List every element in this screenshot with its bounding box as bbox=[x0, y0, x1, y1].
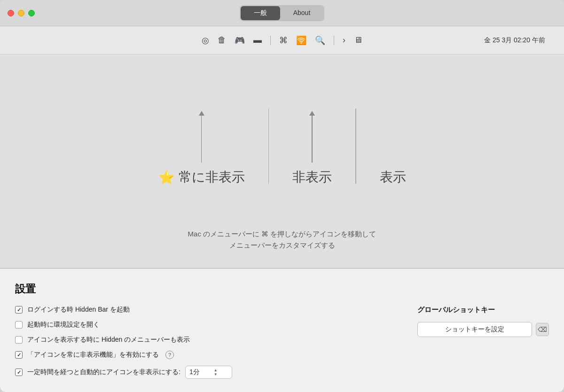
zone2-label: 非表示 bbox=[292, 168, 332, 186]
checkbox-1[interactable] bbox=[15, 306, 23, 314]
shortcut-row: ショットキーを設定 ⌫ bbox=[417, 322, 549, 337]
checkbox-2-label: 起動時に環境設定を開く bbox=[27, 321, 100, 329]
time-select-arrows: ▲ ▼ bbox=[214, 368, 218, 376]
settings-right: グローバルショットキー ショットキーを設定 ⌫ bbox=[417, 306, 549, 379]
tab-general[interactable]: 一般 bbox=[241, 6, 280, 20]
shortcut-clear-button[interactable]: ⌫ bbox=[536, 323, 549, 336]
checkbox-4-label: 「アイコンを常に非表示機能」を有効にする bbox=[27, 351, 159, 359]
hint-line2: メニューバーをカスタマイズする bbox=[188, 240, 376, 251]
menubar-area: ◎ 🗑 🎮 ▬ ⌘ 🛜 🔍 › 🖥 金 25 3月 02:20 午前 bbox=[0, 26, 564, 55]
checkbox-5[interactable] bbox=[15, 368, 23, 376]
separator-left bbox=[270, 36, 271, 45]
settings-body: ログインする時 Hidden Bar を起動 起動時に環境設定を開く アイコンを… bbox=[15, 306, 549, 379]
time-select-value: 1分 bbox=[189, 368, 200, 376]
shortcut-button[interactable]: ショットキーを設定 bbox=[417, 322, 532, 337]
settings-left: ログインする時 Hidden Bar を起動 起動時に環境設定を開く アイコンを… bbox=[15, 306, 399, 379]
checkbox-3-label: アイコンを表示する時に Hidden のメニューバーも表示 bbox=[27, 336, 190, 344]
checkbox-4[interactable] bbox=[15, 351, 23, 359]
checkbox-row-3: アイコンを表示する時に Hidden のメニューバーも表示 bbox=[15, 336, 399, 344]
tab-about[interactable]: About bbox=[280, 6, 324, 20]
arrow-up-2 bbox=[309, 106, 315, 163]
main-window: 一般 About ◎ 🗑 🎮 ▬ ⌘ 🛜 🔍 › 🖥 金 25 3月 02:20… bbox=[0, 0, 564, 392]
search-icon: 🔍 bbox=[315, 35, 325, 46]
time-row: 一定時間を経つと自動的にアイコンを非表示にする: 1分 ▲ ▼ bbox=[15, 366, 399, 379]
gamepad-icon: 🎮 bbox=[235, 35, 245, 46]
checkbox-row-4: 「アイコンを常に非表示機能」を有効にする ? bbox=[15, 351, 399, 359]
help-badge[interactable]: ? bbox=[165, 351, 174, 359]
wifi-symbol: 🛜 bbox=[296, 35, 306, 46]
close-button[interactable] bbox=[8, 10, 14, 16]
checkbox-1-label: ログインする時 Hidden Bar を起動 bbox=[27, 306, 130, 314]
maximize-button[interactable] bbox=[28, 10, 35, 16]
minimize-button[interactable] bbox=[18, 10, 24, 16]
time-arrow-down: ▼ bbox=[214, 373, 218, 376]
trash-icon: 🗑 bbox=[218, 35, 226, 45]
hint-text: Mac のメニューバーに ⌘ を押しながらアイコンを移動して メニューバーをカス… bbox=[188, 228, 376, 251]
droplet-icon: ◎ bbox=[202, 35, 209, 46]
arrow-up-1 bbox=[199, 106, 204, 163]
checkbox-3[interactable] bbox=[15, 336, 23, 344]
diagram-area: ⭐ 常に非表示 非表示 bbox=[0, 55, 564, 269]
zone1-label: 常に非表示 bbox=[179, 168, 245, 186]
zone1-content: ⭐ 常に非表示 bbox=[158, 168, 245, 186]
menubar-icons: ◎ 🗑 🎮 ▬ ⌘ 🛜 🔍 › 🖥 bbox=[9, 35, 555, 46]
tab-group: 一般 About bbox=[240, 5, 325, 21]
shortcut-label: グローバルショットキー bbox=[417, 306, 549, 314]
battery-icon: ▬ bbox=[253, 35, 262, 45]
chevron-icon: › bbox=[343, 35, 345, 45]
settings-area: 設置 ログインする時 Hidden Bar を起動 起動時に環境設定を開く アイ… bbox=[0, 269, 564, 392]
checkbox-2[interactable] bbox=[15, 321, 23, 329]
checkbox-row-1: ログインする時 Hidden Bar を起動 bbox=[15, 306, 399, 314]
star-icon: ⭐ bbox=[158, 170, 175, 185]
checkbox-row-2: 起動時に環境設定を開く bbox=[15, 321, 399, 329]
wifi-icon: ⌘ bbox=[279, 35, 288, 46]
menu-time: 金 25 3月 02:20 午前 bbox=[484, 36, 545, 45]
separator-right bbox=[334, 36, 334, 45]
time-select[interactable]: 1分 ▲ ▼ bbox=[185, 366, 232, 379]
traffic-lights bbox=[8, 10, 35, 16]
time-arrow-up: ▲ bbox=[214, 368, 218, 372]
diagram-zones: ⭐ 常に非表示 非表示 bbox=[0, 64, 564, 228]
zone3-label: 表示 bbox=[380, 168, 406, 186]
titlebar: 一般 About bbox=[0, 0, 564, 26]
hint-line1: Mac のメニューバーに ⌘ を押しながらアイコンを移動して bbox=[188, 228, 376, 240]
checkbox-5-label: 一定時間を経つと自動的にアイコンを非表示にする: bbox=[27, 368, 180, 376]
settings-title: 設置 bbox=[15, 282, 549, 296]
display-icon: 🖥 bbox=[354, 35, 362, 45]
